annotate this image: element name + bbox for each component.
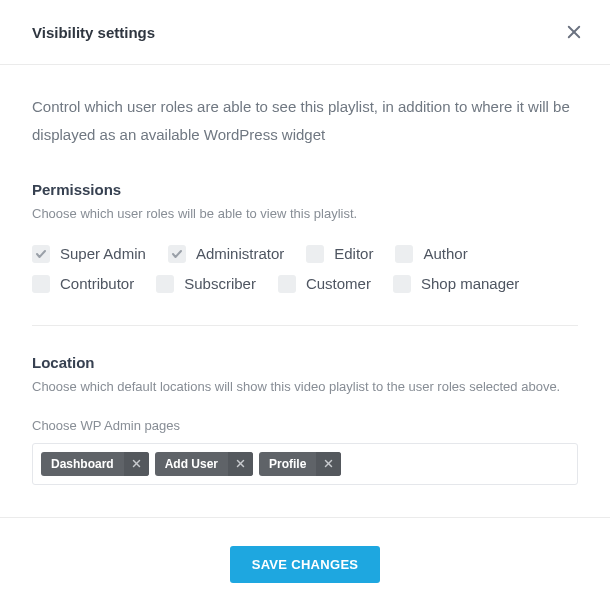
role-label: Customer <box>306 275 371 292</box>
role-label: Contributor <box>60 275 134 292</box>
location-title: Location <box>32 354 578 371</box>
role-checkbox-item[interactable]: Editor <box>306 245 373 263</box>
visibility-settings-modal: Visibility settings Control which user r… <box>0 0 610 611</box>
role-checkbox-item[interactable]: Super Admin <box>32 245 146 263</box>
tag-label: Dashboard <box>41 452 124 476</box>
role-checkbox-item[interactable]: Subscriber <box>156 275 256 293</box>
save-changes-button[interactable]: SAVE CHANGES <box>230 546 381 583</box>
checkbox-box <box>32 245 50 263</box>
modal-footer: SAVE CHANGES <box>0 517 610 611</box>
tag-label: Add User <box>155 452 228 476</box>
checkbox-box <box>395 245 413 263</box>
checkbox-box <box>168 245 186 263</box>
intro-text: Control which user roles are able to see… <box>32 93 578 149</box>
pages-tag-input[interactable]: DashboardAdd UserProfile <box>32 443 578 485</box>
role-label: Shop manager <box>421 275 519 292</box>
role-checkbox-item[interactable]: Administrator <box>168 245 284 263</box>
location-desc: Choose which default locations will show… <box>32 379 578 394</box>
checkbox-box <box>306 245 324 263</box>
checkbox-box <box>32 275 50 293</box>
close-icon <box>132 459 141 468</box>
role-label: Author <box>423 245 467 262</box>
tag-label: Profile <box>259 452 316 476</box>
location-section: Location Choose which default locations … <box>32 354 578 485</box>
modal-title: Visibility settings <box>32 24 155 41</box>
tag-remove-button[interactable] <box>316 452 341 476</box>
close-icon <box>324 459 333 468</box>
pages-field-label: Choose WP Admin pages <box>32 418 578 433</box>
role-label: Subscriber <box>184 275 256 292</box>
close-button[interactable] <box>562 20 586 44</box>
page-tag: Add User <box>155 452 253 476</box>
close-icon <box>236 459 245 468</box>
page-tag: Dashboard <box>41 452 149 476</box>
checkbox-box <box>278 275 296 293</box>
role-checkbox-item[interactable]: Author <box>395 245 467 263</box>
role-checkbox-item[interactable]: Customer <box>278 275 371 293</box>
divider <box>32 325 578 326</box>
role-label: Administrator <box>196 245 284 262</box>
role-label: Editor <box>334 245 373 262</box>
permissions-section: Permissions Choose which user roles will… <box>32 181 578 293</box>
modal-header: Visibility settings <box>0 0 610 65</box>
permissions-desc: Choose which user roles will be able to … <box>32 206 578 221</box>
check-icon <box>35 248 47 260</box>
page-tag: Profile <box>259 452 341 476</box>
tag-remove-button[interactable] <box>228 452 253 476</box>
checkbox-box <box>156 275 174 293</box>
permissions-title: Permissions <box>32 181 578 198</box>
tag-remove-button[interactable] <box>124 452 149 476</box>
modal-body: Control which user roles are able to see… <box>0 65 610 517</box>
check-icon <box>171 248 183 260</box>
role-label: Super Admin <box>60 245 146 262</box>
close-icon <box>565 23 583 41</box>
role-checkbox-item[interactable]: Shop manager <box>393 275 519 293</box>
role-checkbox-item[interactable]: Contributor <box>32 275 134 293</box>
roles-grid: Super AdminAdministratorEditorAuthorCont… <box>32 245 578 293</box>
checkbox-box <box>393 275 411 293</box>
